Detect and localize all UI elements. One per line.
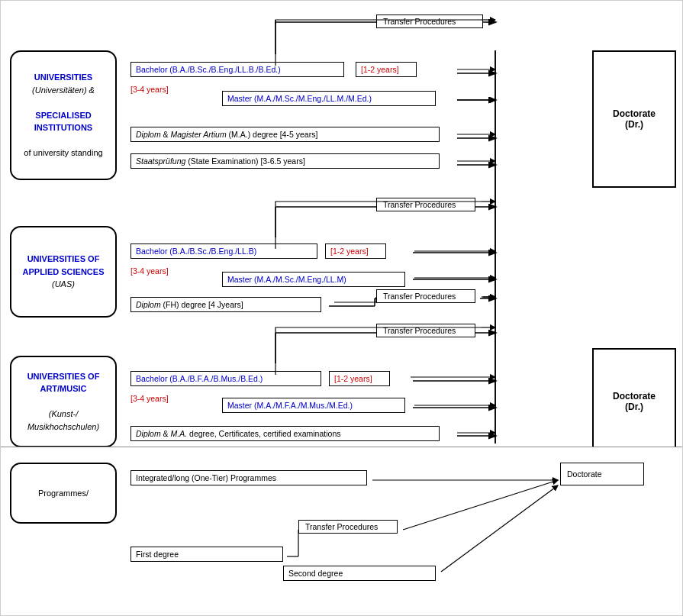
uas-line3: (UAS)	[23, 278, 105, 291]
years-3-4b-label: [3-4 years]	[130, 266, 169, 276]
uas-line1: UNIVERSITIES OF	[23, 253, 105, 266]
doctorate-2-text: Doctorate (Dr.)	[613, 391, 656, 412]
bottom-section: Programmes/ Integrated/long (One-Tier) P…	[1, 447, 682, 615]
doctorate-2-label: Doctorate	[613, 391, 656, 402]
art-institution: UNIVERSITIES OF ART/MUSIC (Kunst-/ Musik…	[10, 356, 117, 447]
svg-line-48	[403, 480, 558, 530]
first-degree-box: First degree	[130, 547, 283, 562]
master-2-label: Master (M.A./M.Sc./M.Eng./LL.M)	[227, 275, 346, 284]
second-degree-box: Second degree	[283, 566, 436, 581]
integrated-box: Integrated/long (One-Tier) Programmes	[130, 470, 367, 485]
transfer-5-label: Transfer Procedures	[305, 522, 378, 531]
years-1-2c-box: [1-2 years]	[329, 371, 390, 386]
bachelor-2-box: Bachelor (B.A./B.Sc./B.Eng./LL.B)	[130, 243, 317, 259]
transfer-procedures-1: Transfer Procedures	[376, 15, 483, 28]
years-1-2c-label: [1-2 years]	[334, 374, 372, 383]
years-3-4c-label: [3-4 years]	[130, 394, 169, 403]
bachelor-1-box: Bachelor (B.A./B.Sc./B.Eng./LL.B./B.Ed.)	[130, 62, 344, 77]
years-1-2b-box: [1-2 years]	[325, 243, 386, 259]
doctorate-bottom-label: Doctorate	[567, 469, 602, 479]
univ-line3: SPECIALISED	[24, 109, 102, 122]
bachelor-1-label: Bachelor (B.A./B.Sc./B.Eng./LL.B./B.Ed.)	[136, 65, 281, 74]
doctorate-1-label: Doctorate	[613, 108, 656, 119]
uas-line2: APPLIED SCIENCES	[23, 266, 105, 279]
transfer-3-label: Transfer Procedures	[383, 292, 456, 301]
years-3-4-label: [3-4 years]	[130, 85, 169, 94]
univ-line2: (Universitäten) &	[24, 84, 102, 97]
art-line3: (Kunst-/	[27, 408, 100, 421]
bachelor-3-label: Bachelor (B.A./B.F.A./B.Mus./B.Ed.)	[136, 374, 263, 383]
universities-text: UNIVERSITIES (Universitäten) & SPECIALIS…	[24, 71, 102, 160]
master-1-box: Master (M.A./M.Sc./M.Eng./LL.M./M.Ed.)	[222, 91, 436, 106]
programmes-label: Programmes/	[38, 487, 89, 500]
art-line1: UNIVERSITIES OF	[27, 370, 100, 383]
transfer-4-label: Transfer Procedures	[383, 326, 456, 335]
doctorate-bottom-box: Doctorate	[560, 463, 644, 485]
doctorate-2-box: Doctorate (Dr.)	[592, 348, 676, 447]
diplom-1-label: Diplom & Magister Artium (M.A.) degree […	[136, 130, 317, 139]
uas-text: UNIVERSITIES OF APPLIED SCIENCES (UAS)	[23, 253, 105, 291]
master-3-label: Master (M.A./M.F.A./M.Mus./M.Ed.)	[227, 401, 353, 410]
years-1-2-label: [1-2 years]	[361, 65, 399, 74]
main-container: UNIVERSITIES (Universitäten) & SPECIALIS…	[0, 0, 683, 616]
first-degree-label: First degree	[136, 550, 179, 559]
universities-institution: UNIVERSITIES (Universitäten) & SPECIALIS…	[10, 50, 117, 180]
uas-institution: UNIVERSITIES OF APPLIED SCIENCES (UAS)	[10, 226, 117, 318]
art-line2: ART/MUSIC	[27, 382, 100, 395]
transfer-procedures-5: Transfer Procedures	[298, 520, 398, 534]
transfer-1-label: Transfer Procedures	[383, 17, 456, 26]
integrated-label: Integrated/long (One-Tier) Programmes	[136, 473, 276, 482]
second-degree-label: Second degree	[288, 569, 343, 578]
bachelor-2-label: Bachelor (B.A./B.Sc./B.Eng./LL.B)	[136, 247, 256, 256]
diplom-2-label: Diplom (FH) degree [4 Jyears]	[136, 300, 243, 309]
programmes-text: Programmes/	[38, 487, 89, 500]
svg-line-49	[441, 485, 558, 572]
art-text: UNIVERSITIES OF ART/MUSIC (Kunst-/ Musik…	[27, 370, 100, 434]
diplom-3-box: Diplom & M.A. degree, Certificates, cert…	[130, 426, 440, 441]
bachelor-3-box: Bachelor (B.A./B.F.A./B.Mus./B.Ed.)	[130, 371, 321, 386]
top-section: UNIVERSITIES (Universitäten) & SPECIALIS…	[1, 1, 682, 447]
doctorate-1b-label: (Dr.)	[613, 119, 656, 130]
diplom-2-box: Diplom (FH) degree [4 Jyears]	[130, 297, 321, 312]
univ-line4: INSTITUTIONS	[24, 121, 102, 134]
transfer-procedures-2: Transfer Procedures	[376, 198, 475, 211]
doctorate-2b-label: (Dr.)	[613, 402, 656, 412]
transfer-procedures-4: Transfer Procedures	[376, 324, 475, 337]
diplom-1-box: Diplom & Magister Artium (M.A.) degree […	[130, 127, 440, 142]
transfer-2-label: Transfer Procedures	[383, 200, 456, 209]
master-1-label: Master (M.A./M.Sc./M.Eng./LL.M./M.Ed.)	[227, 94, 372, 103]
programmes-institution: Programmes/	[10, 463, 117, 524]
diplom-3-label: Diplom & M.A. degree, Certificates, cert…	[136, 429, 340, 438]
doctorate-1-text: Doctorate (Dr.)	[613, 108, 656, 130]
univ-line1: UNIVERSITIES	[24, 71, 102, 84]
years-1-2-box: [1-2 years]	[356, 62, 417, 77]
years-1-2b-label: [1-2 years]	[330, 247, 369, 256]
art-line4: Musikhochschulen)	[27, 421, 100, 434]
univ-line5: of university standing	[24, 147, 102, 160]
master-2-box: Master (M.A./M.Sc./M.Eng./LL.M)	[222, 272, 405, 287]
master-3-box: Master (M.A./M.F.A./M.Mus./M.Ed.)	[222, 398, 405, 413]
staatspruefung-label: Staatsprüfung (State Examination) [3-6.5…	[136, 156, 305, 166]
doctorate-1-box: Doctorate (Dr.)	[592, 50, 676, 188]
transfer-procedures-3: Transfer Procedures	[376, 289, 475, 303]
staatspruefung-box: Staatsprüfung (State Examination) [3-6.5…	[130, 153, 440, 169]
